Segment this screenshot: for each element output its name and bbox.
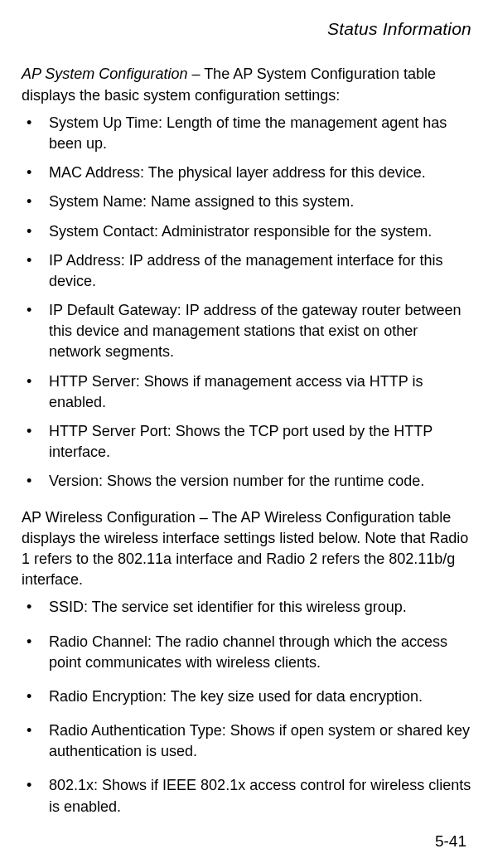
section1-list: System Up Time: Length of time the manag… (22, 113, 471, 492)
page-header: Status Information (22, 17, 471, 41)
list-item: SSID: The service set identifier for thi… (22, 597, 471, 618)
section1-intro: AP System Configuration – The AP System … (22, 64, 471, 105)
list-item: MAC Address: The physical layer address … (22, 162, 471, 183)
list-item: IP Default Gateway: IP address of the ga… (22, 300, 471, 363)
list-item: Version: Shows the version number for th… (22, 471, 471, 492)
list-item: System Up Time: Length of time the manag… (22, 113, 471, 154)
list-item: System Contact: Administrator responsibl… (22, 221, 471, 242)
list-item: System Name: Name assigned to this syste… (22, 192, 471, 212)
list-item: 802.1x: Shows if IEEE 802.1x access cont… (22, 775, 471, 817)
list-item: Radio Authentication Type: Shows if open… (22, 720, 471, 762)
section2-intro: AP Wireless Configuration – The AP Wirel… (22, 507, 471, 591)
page-number: 5-41 (435, 831, 466, 853)
list-item: HTTP Server Port: Shows the TCP port use… (22, 421, 471, 463)
section1-lead: AP System Configuration (22, 65, 187, 82)
list-item: Radio Channel: The radio channel through… (22, 632, 471, 673)
list-item: HTTP Server: Shows if management access … (22, 371, 471, 413)
list-item: IP Address: IP address of the management… (22, 250, 471, 292)
section2-list: SSID: The service set identifier for thi… (22, 597, 471, 817)
list-item: Radio Encryption: The key size used for … (22, 686, 471, 707)
